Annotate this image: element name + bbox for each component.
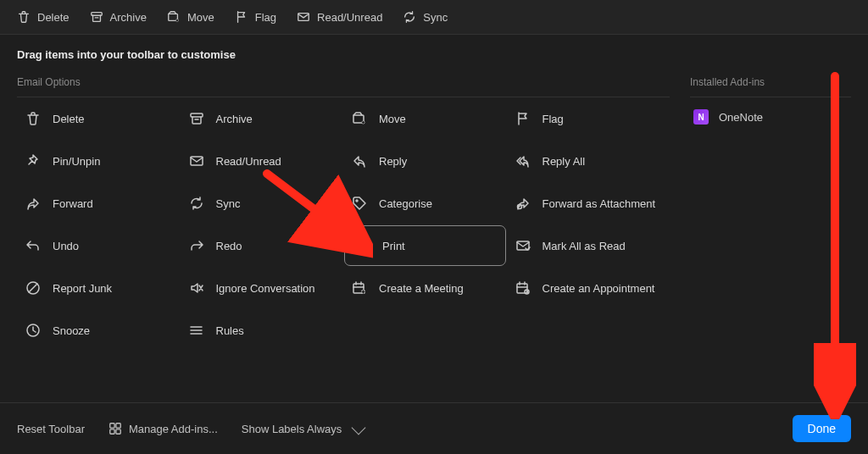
option-label: Forward	[53, 197, 93, 210]
option-mark-all-as-read[interactable]: Mark All as Read	[507, 224, 670, 267]
option-label: Reply	[379, 155, 407, 168]
option-label: Snooze	[53, 324, 90, 337]
option-label: Sync	[216, 197, 241, 210]
mail-icon	[189, 153, 204, 169]
option-reply[interactable]: Reply	[343, 140, 507, 182]
option-label: Print	[382, 240, 405, 252]
toolbar-item-sync[interactable]: Sync	[403, 10, 448, 24]
option-label: Reply All	[542, 155, 586, 168]
toolbar-item-flag[interactable]: Flag	[235, 10, 276, 24]
addins-section: Installed Add-ins NOneNote	[690, 71, 851, 352]
move-icon	[167, 10, 181, 24]
flag-icon	[515, 111, 531, 126]
toolbar-label: Archive	[110, 11, 147, 24]
option-label: Move	[379, 113, 406, 125]
option-undo[interactable]: Undo	[17, 224, 181, 267]
option-reply-all[interactable]: Reply All	[507, 140, 670, 182]
addin-onenote[interactable]: NOneNote	[690, 97, 851, 136]
reply-all-icon	[515, 153, 531, 169]
option-label: Flag	[542, 113, 564, 125]
redo-icon	[189, 238, 204, 253]
option-sync[interactable]: Sync	[181, 182, 344, 224]
archive-icon	[189, 111, 204, 126]
option-report-junk[interactable]: Report Junk	[17, 267, 181, 309]
sync-icon	[403, 10, 416, 24]
option-forward-as-attachment[interactable]: Forward as Attachment	[507, 182, 670, 224]
mark-read-icon	[515, 238, 531, 253]
option-label: Delete	[53, 113, 85, 125]
option-label: Report Junk	[53, 282, 112, 295]
option-label: Archive	[216, 113, 253, 125]
flag-icon	[235, 10, 248, 24]
option-flag[interactable]: Flag	[507, 97, 670, 140]
show-labels-dropdown[interactable]: Show Labels Always	[242, 423, 364, 435]
option-print[interactable]: Print	[343, 224, 507, 267]
meeting-icon	[352, 280, 367, 296]
option-label: Create an Appointment	[542, 282, 655, 295]
option-label: Categorise	[379, 197, 432, 210]
move-icon	[352, 111, 367, 126]
option-forward[interactable]: Forward	[17, 182, 181, 224]
toolbar-item-delete[interactable]: Delete	[17, 10, 70, 24]
toolbar-label: Read/Unread	[317, 11, 382, 24]
option-label: Forward as Attachment	[542, 197, 656, 210]
pin-icon	[25, 153, 41, 169]
reply-icon	[352, 153, 367, 169]
option-redo[interactable]: Redo	[181, 224, 344, 267]
option-read-unread[interactable]: Read/Unread	[181, 140, 344, 182]
forward-icon	[25, 196, 41, 211]
option-ignore-conversation[interactable]: Ignore Conversation	[181, 267, 344, 309]
option-create-an-appointment[interactable]: Create an Appointment	[507, 267, 670, 309]
option-archive[interactable]: Archive	[181, 97, 344, 140]
option-pin-unpin[interactable]: Pin/Unpin	[17, 140, 181, 182]
addins-title: Installed Add-ins	[690, 71, 851, 97]
toolbar-label: Flag	[255, 11, 276, 24]
option-move[interactable]: Move	[343, 97, 507, 140]
option-label: Pin/Unpin	[53, 155, 100, 168]
junk-icon	[25, 280, 41, 296]
toolbar-label: Delete	[37, 11, 70, 24]
manage-addins-button[interactable]: Manage Add-ins...	[108, 422, 218, 435]
option-categorise[interactable]: Categorise	[343, 182, 507, 224]
addins-list: NOneNote	[690, 97, 851, 136]
toolbar-item-move[interactable]: Move	[167, 10, 214, 24]
option-label: Read/Unread	[216, 155, 281, 168]
clock-icon	[25, 323, 41, 338]
appointment-icon	[515, 280, 531, 296]
addins-icon	[108, 422, 122, 435]
trash-icon	[25, 111, 41, 126]
sync-icon	[189, 196, 204, 211]
footer: Reset Toolbar Manage Add-ins... Show Lab…	[0, 402, 868, 454]
option-label: Mark All as Read	[542, 240, 626, 252]
email-options-title: Email Options	[17, 71, 670, 97]
mail-icon	[297, 10, 310, 24]
mute-icon	[189, 280, 204, 296]
addin-label: OneNote	[719, 111, 763, 124]
chevron-down-icon	[352, 420, 366, 435]
option-rules[interactable]: Rules	[181, 309, 344, 352]
toolbar-label: Move	[187, 11, 214, 24]
option-label: Create a Meeting	[379, 282, 464, 295]
onenote-icon: N	[693, 109, 709, 125]
toolbar-label: Sync	[423, 11, 448, 24]
option-label: Undo	[53, 240, 79, 252]
attach-forward-icon	[515, 196, 531, 211]
toolbar-item-archive[interactable]: Archive	[90, 10, 147, 24]
archive-icon	[90, 10, 103, 24]
done-button[interactable]: Done	[793, 415, 851, 442]
rules-icon	[189, 323, 204, 338]
email-options-section: Email Options DeleteArchiveMoveFlagPin/U…	[17, 71, 670, 352]
option-label: Rules	[216, 324, 244, 337]
trash-icon	[17, 10, 31, 24]
toolbar: DeleteArchiveMoveFlagRead/UnreadSync	[0, 0, 868, 35]
reset-toolbar-button[interactable]: Reset Toolbar	[17, 423, 85, 435]
option-delete[interactable]: Delete	[17, 97, 181, 140]
toolbar-item-read-unread[interactable]: Read/Unread	[297, 10, 382, 24]
instructions-text: Drag items into your toolbar to customis…	[0, 35, 868, 64]
option-snooze[interactable]: Snooze	[17, 309, 181, 352]
undo-icon	[25, 238, 41, 253]
tag-icon	[352, 196, 367, 211]
option-label: Ignore Conversation	[216, 282, 315, 295]
option-label: Redo	[216, 240, 242, 252]
option-create-a-meeting[interactable]: Create a Meeting	[343, 267, 507, 309]
